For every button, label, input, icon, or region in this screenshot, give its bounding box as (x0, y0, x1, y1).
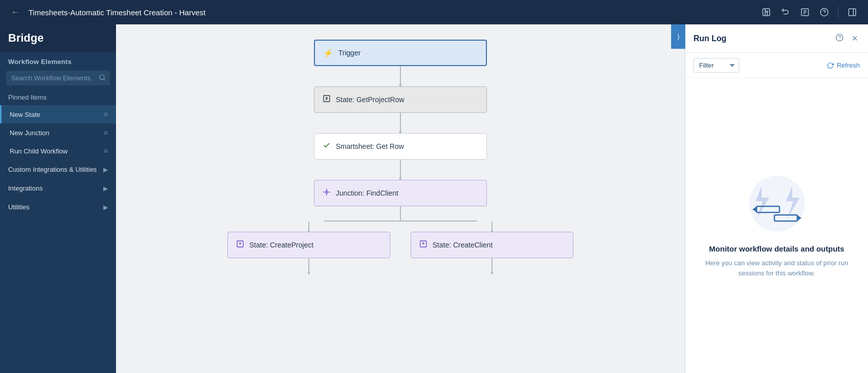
sidebar-item-utilities[interactable]: Utilities ▶ (0, 198, 116, 216)
drag-handle-new-junction[interactable]: ≡ (104, 129, 108, 137)
run-child-workflow-label: Run Child Workflow (10, 147, 104, 155)
brand-logo: Bridge (0, 24, 116, 52)
drag-handle-run-child-workflow[interactable]: ≡ (104, 147, 108, 155)
run-log-body: Monitor workflow details and outputs Her… (685, 78, 868, 373)
branch-right: ▼ State: CreateClient ▼ (411, 222, 573, 273)
split-container: ▼ State: CreateProject ▼ (207, 206, 594, 273)
chevron-right-icon-2: ▶ (103, 185, 108, 192)
connector-1 (400, 66, 401, 86)
help-button[interactable] (817, 6, 832, 19)
branch-left-bottom: ▼ (308, 258, 309, 273)
sidebar-item-new-junction[interactable]: New Junction ≡ (0, 123, 116, 142)
junction-find-client-node[interactable]: Junction: FindClient (314, 180, 487, 206)
branch-right-connector: ▼ (491, 222, 493, 232)
sidebar-item-integrations[interactable]: Integrations ▶ (0, 179, 116, 198)
svg-point-15 (326, 191, 328, 193)
branch-right-bottom: ▼ (491, 258, 493, 273)
run-log-collapse-button[interactable]: ⟩ (671, 24, 685, 49)
undo-button[interactable] (778, 6, 793, 19)
run-log-title: Run Log (693, 34, 829, 43)
branch-left: ▼ State: CreateProject ▼ (227, 222, 390, 273)
sidebar: Bridge Workflow Elements Pinned Items Ne… (0, 24, 116, 373)
sidebar-item-custom-integrations[interactable]: Custom Integrations & Utilities ▶ (0, 160, 116, 179)
split-branches: ▼ State: CreateProject ▼ (227, 222, 573, 273)
svg-point-28 (749, 176, 805, 232)
trigger-icon: ⚡ (323, 48, 333, 58)
integrations-label: Integrations (8, 184, 43, 192)
state-icon-2 (236, 240, 244, 250)
integration-icon (323, 141, 331, 151)
smartsheet-get-row-label: Smartsheet: Get Row (336, 142, 404, 150)
sidebar-item-new-state[interactable]: New State ≡ (0, 105, 116, 123)
chevron-right-icon-3: ▶ (103, 204, 108, 211)
trigger-label: Trigger (338, 49, 361, 57)
search-input[interactable] (6, 71, 110, 85)
filter-select[interactable]: Filter All Success Error (693, 58, 739, 73)
smartsheet-get-row-node[interactable]: Smartsheet: Get Row (314, 133, 487, 160)
run-log-close-button[interactable]: × (850, 32, 860, 45)
monitor-title: Monitor workflow details and outputs (709, 244, 845, 253)
run-log-illustration (741, 173, 813, 234)
state-icon-1 (323, 95, 331, 105)
pinned-items-label: Pinned Items (0, 89, 116, 105)
run-log-header-icons: × (833, 32, 860, 45)
state-create-project-label: State: CreateProject (249, 241, 313, 249)
main-layout: Bridge Workflow Elements Pinned Items Ne… (0, 24, 868, 373)
state-create-project-node[interactable]: State: CreateProject (227, 232, 390, 258)
sidebar-item-run-child-workflow[interactable]: Run Child Workflow ≡ (0, 142, 116, 160)
svg-rect-7 (849, 9, 856, 16)
branch-left-connector: ▼ (308, 222, 309, 232)
new-state-label: New State (10, 111, 104, 118)
drag-handle-new-state[interactable]: ≡ (104, 110, 108, 118)
split-lines (299, 206, 502, 222)
canvas-area: ⚡ Trigger State: GetProjectRow Smartshee… (116, 24, 685, 373)
refresh-label: Refresh (836, 61, 860, 69)
refresh-button[interactable]: Refresh (827, 61, 860, 69)
section-title: Workflow Elements (0, 52, 116, 69)
search-wrap (6, 71, 110, 85)
state-icon-3 (419, 240, 427, 250)
header-icons (759, 6, 860, 19)
state-get-project-row-node[interactable]: State: GetProjectRow (314, 86, 487, 113)
split-horizontal-line (324, 221, 477, 222)
custom-integrations-label: Custom Integrations & Utilities (8, 166, 97, 173)
panel-button[interactable] (845, 6, 860, 19)
split-vertical-line (400, 206, 401, 222)
state-get-project-row-label: State: GetProjectRow (336, 96, 404, 104)
chevron-right-icon: ▶ (103, 166, 108, 173)
utilities-label: Utilities (8, 203, 30, 211)
connector-3 (400, 160, 401, 180)
header-divider (838, 6, 838, 18)
back-button[interactable]: ← (8, 6, 22, 19)
run-log-header: Run Log × (685, 24, 868, 53)
run-log-help-button[interactable] (833, 32, 846, 45)
run-log-filter-bar: Filter All Success Error Refresh (685, 53, 868, 78)
junction-find-client-label: Junction: FindClient (336, 189, 398, 197)
connector-2 (400, 113, 401, 133)
state-create-client-node[interactable]: State: CreateClient (411, 232, 573, 258)
monitor-desc: Here you can view activity and status of… (698, 258, 856, 278)
new-junction-label: New Junction (10, 129, 104, 137)
run-log-panel: ⟩ Run Log × Filter All Success Error Ref… (685, 24, 868, 373)
save-button[interactable] (759, 6, 774, 19)
state-create-client-label: State: CreateClient (432, 241, 493, 249)
trigger-node[interactable]: ⚡ Trigger (314, 40, 487, 66)
junction-icon (323, 188, 331, 198)
page-title: Timesheets-Automatic Timesheet Creation … (28, 8, 753, 17)
list-button[interactable] (797, 6, 813, 19)
workflow-canvas[interactable]: ⚡ Trigger State: GetProjectRow Smartshee… (116, 24, 685, 373)
top-header: ← Timesheets-Automatic Timesheet Creatio… (0, 0, 868, 24)
